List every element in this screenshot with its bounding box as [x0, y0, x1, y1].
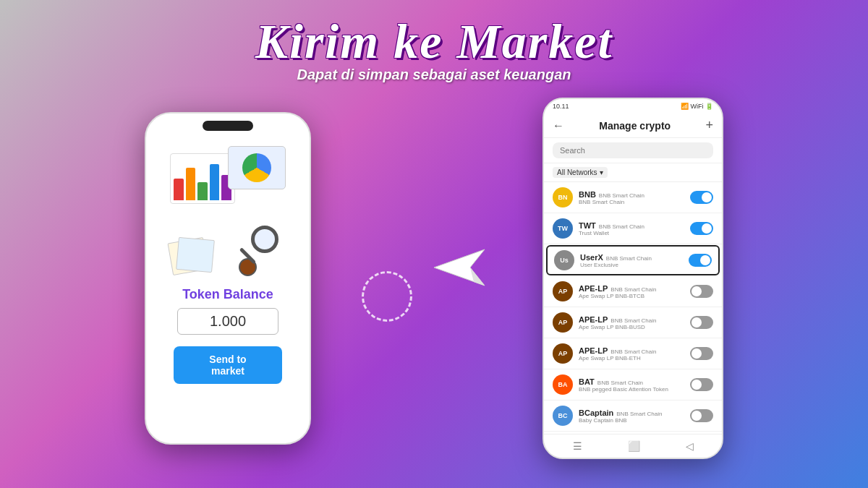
crypto-toggle[interactable]: [690, 191, 713, 204]
crypto-description: Baby Captain BNB: [579, 417, 684, 424]
network-badge[interactable]: All Networks ▾: [553, 167, 608, 178]
network-label: All Networks: [557, 168, 597, 176]
crypto-list-item[interactable]: AP APE-LP BNB Smart Chain Ape Swap LP BN…: [544, 276, 722, 307]
crypto-info: BNB BNB Smart Chain BNB Smart Chain: [579, 190, 684, 205]
crypto-chain: BNB Smart Chain: [599, 192, 644, 199]
back-button[interactable]: ←: [553, 119, 564, 132]
crypto-toggle[interactable]: [690, 285, 713, 298]
crypto-name-row: UserX BNB Smart Chain: [580, 253, 683, 262]
crypto-list-item[interactable]: AP APE-LP BNB Smart Chain Ape Swap LP BN…: [544, 338, 722, 369]
app-title: Manage crypto: [599, 120, 671, 132]
crypto-toggle[interactable]: [690, 222, 713, 235]
crypto-symbol: BNB: [579, 190, 596, 199]
crypto-name-row: APE-LP BNB Smart Chain: [579, 284, 684, 293]
crypto-description: Trust Wallet: [579, 230, 684, 236]
crypto-toggle[interactable]: [690, 378, 713, 391]
nav-menu-icon[interactable]: ☰: [573, 440, 582, 452]
crypto-chain: BNB Smart Chain: [606, 255, 652, 262]
crypto-symbol: BCaptain: [579, 408, 613, 417]
phones-section: Token Balance Send to market 10.11 📶 WiF…: [0, 98, 868, 459]
crypto-icon: BA: [553, 374, 573, 395]
tablet-illustration: [228, 146, 286, 189]
crypto-list-item[interactable]: Us UserX BNB Smart Chain User Exclusive: [546, 245, 720, 275]
crypto-name-row: BCaptain BNB Smart Chain: [579, 408, 684, 417]
crypto-symbol: BAT: [579, 377, 595, 386]
crypto-chain: BNB Smart Chain: [597, 380, 643, 386]
crypto-list: BN BNB BNB Smart Chain BNB Smart Chain T…: [544, 182, 722, 434]
chart-illustration: [170, 153, 235, 204]
app-header: ← Manage crypto +: [544, 114, 722, 138]
crypto-list-item[interactable]: AP APE-LP BNB Smart Chain Ape Swap LP BN…: [544, 307, 722, 338]
crypto-chain: BNB Smart Chain: [599, 223, 644, 230]
crypto-description: BNB pegged Basic Attention Token: [579, 386, 684, 393]
crypto-description: User Exclusive: [580, 262, 683, 268]
crypto-icon: AP: [553, 312, 573, 333]
crypto-chain: BNB Smart Chain: [610, 317, 656, 324]
crypto-list-item[interactable]: BA BAT BNB Smart Chain BNB pegged Basic …: [544, 369, 722, 401]
status-bar: 10.11 📶 WiFi 🔋: [544, 99, 722, 114]
crypto-icon: BC: [553, 406, 573, 426]
paper-plane-icon: [434, 246, 492, 292]
crypto-symbol: APE-LP: [579, 315, 608, 324]
crypto-icon: AP: [553, 343, 573, 364]
search-section: [544, 138, 722, 163]
phone-illustration: [166, 142, 289, 280]
dashed-circle: [362, 271, 412, 322]
right-phone: 10.11 📶 WiFi 🔋 ← Manage crypto + All Net…: [542, 98, 723, 459]
crypto-toggle[interactable]: [690, 409, 713, 422]
crypto-symbol: APE-LP: [579, 284, 608, 293]
phone-notch: [203, 121, 253, 131]
crypto-toggle[interactable]: [690, 347, 713, 360]
status-icons: 📶 WiFi 🔋: [681, 103, 713, 110]
crypto-description: Ape Swap LP BNB-ETH: [579, 355, 684, 361]
crypto-info: UserX BNB Smart Chain User Exclusive: [580, 253, 683, 268]
crypto-icon: BN: [553, 187, 573, 207]
crypto-chain: BNB Smart Chain: [610, 286, 656, 293]
header-section: Kirim ke Market Dapat di simpan sebagai …: [255, 13, 613, 83]
crypto-info: APE-LP BNB Smart Chain Ape Swap LP BNB-B…: [579, 284, 684, 299]
crypto-info: TWT BNB Smart Chain Trust Wallet: [579, 221, 684, 236]
status-time: 10.11: [553, 103, 569, 110]
crypto-name-row: BNB BNB Smart Chain: [579, 190, 684, 199]
crypto-icon: AP: [553, 281, 573, 301]
crypto-name-row: TWT BNB Smart Chain: [579, 221, 684, 230]
crypto-chain: BNB Smart Chain: [616, 411, 662, 417]
token-balance-label: Token Balance: [182, 287, 273, 302]
main-title: Kirim ke Market: [255, 13, 613, 70]
crypto-info: APE-LP BNB Smart Chain Ape Swap LP BNB-E…: [579, 346, 684, 361]
nav-home-icon[interactable]: ⬜: [628, 440, 640, 452]
networks-filter[interactable]: All Networks ▾: [544, 163, 722, 182]
add-button[interactable]: +: [705, 118, 713, 133]
nav-back-icon[interactable]: ◁: [686, 440, 694, 452]
pie-chart: [242, 153, 271, 182]
crypto-info: BCaptain BNB Smart Chain Baby Captain BN…: [579, 408, 684, 424]
chevron-down-icon: ▾: [600, 168, 603, 176]
crypto-description: Ape Swap LP BNB-BUSD: [579, 324, 684, 330]
crypto-symbol: UserX: [580, 253, 603, 262]
crypto-name-row: APE-LP BNB Smart Chain: [579, 346, 684, 355]
docs-illustration: [170, 233, 221, 273]
crypto-icon: TW: [553, 218, 573, 239]
crypto-toggle[interactable]: [690, 316, 713, 329]
crypto-name-row: BAT BNB Smart Chain: [579, 377, 684, 386]
crypto-list-item[interactable]: TW TWT BNB Smart Chain Trust Wallet: [544, 213, 722, 244]
crypto-description: BNB Smart Chain: [579, 199, 684, 205]
crypto-name-row: APE-LP BNB Smart Chain: [579, 315, 684, 324]
crypto-description: Ape Swap LP BNB-BTCB: [579, 293, 684, 299]
search-input[interactable]: [553, 142, 713, 158]
nav-bar: ☰ ⬜ ◁: [544, 434, 722, 458]
crypto-symbol: TWT: [579, 221, 596, 230]
crypto-toggle[interactable]: [689, 254, 712, 267]
crypto-symbol: APE-LP: [579, 346, 608, 355]
crypto-list-item[interactable]: BN BNB BNB Smart Chain BNB Smart Chain: [544, 182, 722, 213]
send-to-market-button[interactable]: Send to market: [174, 346, 282, 384]
crypto-list-item[interactable]: BC BCaptain BNB Smart Chain Baby Captain…: [544, 401, 722, 432]
crypto-chain: BNB Smart Chain: [610, 348, 656, 355]
magnifier-illustration: [235, 226, 278, 269]
crypto-info: APE-LP BNB Smart Chain Ape Swap LP BNB-B…: [579, 315, 684, 330]
subtitle: Dapat di simpan sebagai aset keuangan: [255, 67, 613, 83]
crypto-icon: Us: [554, 250, 574, 270]
crypto-info: BAT BNB Smart Chain BNB pegged Basic Att…: [579, 377, 684, 393]
left-phone: Token Balance Send to market: [145, 112, 311, 445]
token-balance-input[interactable]: [177, 308, 278, 335]
